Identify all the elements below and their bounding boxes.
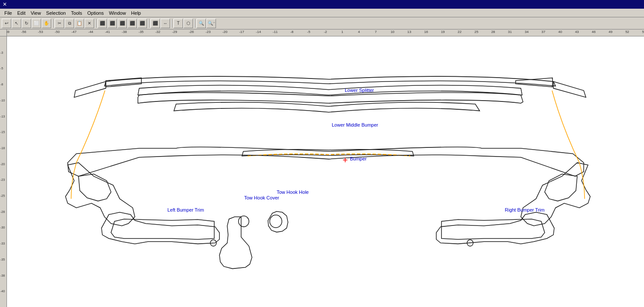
toolbar-btn-8[interactable]: 📋 (75, 19, 84, 28)
toolbar-btn-13[interactable]: ⬛ (118, 19, 127, 28)
toolbar-btn-21[interactable]: ⬡ (183, 19, 193, 28)
ruler-top-tick: -38 (122, 30, 127, 34)
ruler-top-tick: -41 (105, 30, 110, 34)
menu-item-edit[interactable]: Edit (15, 10, 28, 16)
svg-point-4 (270, 215, 282, 228)
toolbar-btn-20[interactable]: T (173, 19, 183, 28)
ruler-top-tick: 22 (458, 30, 461, 34)
ruler-top-tick: -59 (7, 30, 10, 34)
toolbar-btn-23[interactable]: 🔍 (196, 19, 206, 28)
ruler-left-tick: -15 (0, 131, 5, 134)
ruler-top-tick: -8 (291, 30, 294, 34)
ruler-top-tick: 37 (542, 30, 546, 34)
menu-item-selection[interactable]: Selection (43, 10, 68, 16)
ruler-top-tick: 4 (358, 30, 360, 34)
title-bar: ✕ (0, 0, 644, 9)
ruler-top-tick: 13 (407, 30, 411, 34)
menu-item-file[interactable]: File (2, 10, 15, 16)
ruler-top-tick: -26 (189, 30, 194, 34)
toolbar-btn-18[interactable]: ↔ (160, 19, 170, 28)
ruler-top-tick: -44 (88, 30, 94, 34)
toolbar-separator (52, 19, 53, 28)
ruler-left-tick: -40 (0, 290, 5, 293)
ruler-corner (0, 29, 7, 36)
menu-bar: FileEditViewSelectionToolsOptionsWindowH… (0, 9, 644, 17)
ruler-top: -59-56-53-50-47-44-41-38-35-32-29-26-23-… (7, 29, 644, 36)
toolbar-btn-12[interactable]: ⬛ (108, 19, 117, 28)
toolbar-btn-9[interactable]: ✕ (85, 19, 94, 28)
ruler-top-tick: -56 (21, 30, 26, 34)
ruler-top-tick: -17 (239, 30, 244, 34)
ruler-top-tick: -47 (72, 30, 77, 34)
ruler-top-tick: -2 (324, 30, 327, 34)
ruler-left-tick: -35 (0, 258, 5, 261)
ruler-top-tick: -50 (55, 30, 60, 34)
toolbar-btn-11[interactable]: ⬛ (98, 19, 107, 28)
ruler-top-tick: -5 (307, 30, 310, 34)
ruler-top-container: -59-56-53-50-47-44-41-38-35-32-29-26-23-… (7, 29, 644, 307)
ruler-left: -3-5-8-10-13-15-18-20-23-25-28-30-33-35-… (0, 36, 7, 307)
ruler-left-tick: -28 (0, 210, 5, 213)
ruler-left-tick: -20 (0, 162, 5, 165)
toolbar: ↩↖↻⬜✋✂⧉📋✕⬛⬛⬛⬛⬛⬛↔T⬡🔍🔍⁻ (0, 17, 644, 29)
menu-item-help[interactable]: Help (128, 10, 144, 16)
workspace: -3-5-8-10-13-15-18-20-23-25-28-30-33-35-… (0, 29, 644, 307)
ruler-left-tick: -10 (0, 98, 5, 101)
ruler-top-tick: -14 (256, 30, 261, 34)
ruler-top-tick: 52 (625, 30, 629, 34)
ruler-top-tick: 31 (508, 30, 512, 34)
ruler-top-tick: -20 (222, 30, 228, 34)
ruler-top-tick: 16 (424, 30, 428, 34)
toolbar-btn-1[interactable]: ↖ (12, 19, 21, 28)
ruler-top-tick: -11 (273, 30, 278, 34)
ruler-top-tick: 40 (558, 30, 562, 34)
toolbar-btn-24[interactable]: 🔍⁻ (206, 19, 216, 28)
svg-point-3 (239, 216, 249, 227)
menu-item-view[interactable]: View (28, 10, 44, 16)
ruler-left-tick: -8 (0, 83, 3, 86)
ruler-top-tick: 7 (375, 30, 376, 34)
ruler-left-tick: -23 (0, 178, 5, 181)
toolbar-btn-14[interactable]: ⬛ (127, 19, 137, 28)
app-icon: ✕ (3, 1, 7, 7)
ruler-top-tick: 1 (341, 30, 343, 34)
ruler-top-tick: 55 (642, 30, 644, 34)
ruler-left-tick: -25 (0, 194, 5, 197)
ruler-top-tick: -29 (172, 30, 177, 34)
ruler-top-tick: 46 (592, 30, 596, 34)
toolbar-separator (171, 19, 172, 28)
toolbar-separator (95, 19, 96, 28)
ruler-left-tick: -5 (0, 67, 3, 70)
ruler-left-tick: -38 (0, 274, 5, 277)
toolbar-btn-6[interactable]: ✂ (55, 19, 64, 28)
ruler-top-tick: 49 (608, 30, 612, 34)
toolbar-btn-3[interactable]: ⬜ (32, 19, 41, 28)
ruler-top-tick: 43 (575, 30, 579, 34)
toolbar-btn-4[interactable]: ✋ (42, 19, 51, 28)
ruler-top-tick: -23 (206, 30, 211, 34)
menu-item-window[interactable]: Window (106, 10, 128, 16)
ruler-top-tick: 34 (525, 30, 529, 34)
design-svg (7, 36, 644, 307)
ruler-left-tick: -33 (0, 242, 5, 245)
ruler-top-tick: 28 (491, 30, 495, 34)
ruler-left-tick: -18 (0, 146, 5, 149)
canvas-area[interactable]: Lower Splitter Lower Middle Bumper Bumpe… (7, 36, 644, 307)
toolbar-btn-0[interactable]: ↩ (2, 19, 11, 28)
toolbar-btn-2[interactable]: ↻ (22, 19, 31, 28)
menu-item-tools[interactable]: Tools (69, 10, 85, 16)
ruler-top-tick: 19 (441, 30, 445, 34)
ruler-top-tick: -32 (155, 30, 160, 34)
toolbar-btn-17[interactable]: ⬛ (150, 19, 160, 28)
ruler-top-tick: 25 (474, 30, 478, 34)
toolbar-separator (194, 19, 195, 28)
toolbar-btn-7[interactable]: ⧉ (65, 19, 74, 28)
menu-item-options[interactable]: Options (85, 10, 106, 16)
toolbar-btn-15[interactable]: ⬛ (137, 19, 147, 28)
ruler-top-tick: -53 (38, 30, 43, 34)
ruler-top-tick: 10 (391, 30, 395, 34)
ruler-top-tick: -35 (138, 30, 144, 34)
ruler-left-tick: -30 (0, 226, 5, 229)
ruler-left-tick: -3 (0, 51, 3, 54)
toolbar-separator (148, 19, 149, 28)
